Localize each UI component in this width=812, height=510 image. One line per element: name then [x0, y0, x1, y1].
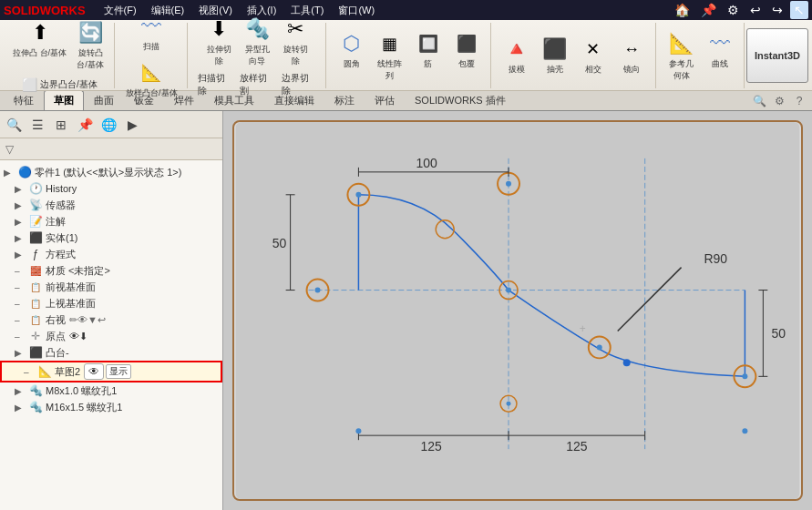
- curves-icon: 〰: [705, 29, 735, 58]
- btn-loft-boss[interactable]: 📐 放样凸台/基体: [122, 56, 181, 101]
- btn-boundary-cut[interactable]: 边界切除: [279, 71, 319, 98]
- menu-window[interactable]: 窗口(W): [334, 2, 378, 19]
- tree-item-history[interactable]: ▶ 🕐 History: [0, 180, 222, 197]
- sensors-icon: 📡: [27, 198, 44, 212]
- tab-evaluate[interactable]: 评估: [365, 90, 405, 110]
- history-label: History: [46, 183, 77, 194]
- toolbar-icon-settings[interactable]: ⚙: [724, 1, 743, 19]
- tree-item-solid[interactable]: ▶ ⬛ 实体(1): [0, 230, 222, 246]
- boss-arrow: ▶: [15, 348, 27, 358]
- right-plane-down-icon[interactable]: ▼: [87, 314, 98, 325]
- btn-mirror[interactable]: ↔ 镜向: [613, 33, 650, 77]
- toolbar-icon-home[interactable]: 🏠: [671, 1, 694, 19]
- tab-solidworks-addins[interactable]: SOLIDWORKS 插件: [405, 90, 516, 110]
- sensors-arrow: ▶: [15, 200, 27, 210]
- btn-revolve-boss[interactable]: 🔄 旋转凸台/基体: [72, 16, 108, 73]
- right-icon: 📋: [27, 312, 44, 327]
- btn-ref-geometry[interactable]: 📐 参考几何体: [663, 27, 700, 84]
- btn-extrude-boss[interactable]: ⬆ 拉伸凸 台/基体: [9, 16, 70, 73]
- btn-intersect[interactable]: ✕ 相交: [575, 33, 612, 77]
- filter-bar: ▽: [0, 138, 222, 160]
- origin-icon2: ⬇: [79, 331, 87, 342]
- solid-arrow: ▶: [15, 233, 27, 243]
- equations-icon: ƒ: [27, 247, 44, 261]
- lt-btn-grid[interactable]: ⊞: [51, 115, 71, 135]
- sketch2-arrow: –: [24, 367, 36, 377]
- btn-sweep-cut[interactable]: 扫描切除: [195, 71, 235, 98]
- btn-draft[interactable]: 🔺 拔模: [499, 33, 535, 77]
- right-plane-view-icon[interactable]: 👁: [77, 314, 87, 325]
- tree-item-equations[interactable]: ▶ ƒ 方程式: [0, 246, 222, 262]
- draft-icon: 🔺: [502, 35, 531, 64]
- btn-loft-cut[interactable]: 放样切割: [237, 71, 277, 98]
- toolbar-icon-cursor[interactable]: ↖: [790, 1, 808, 19]
- tree-item-boss[interactable]: ▶ ⬛ 凸台-: [0, 344, 222, 361]
- part-icon: 🔵: [16, 165, 33, 179]
- tree-item-m8[interactable]: ▶ 🔩 M8x1.0 螺纹孔1: [0, 382, 222, 399]
- btn-rib[interactable]: 🔲 筋: [410, 27, 447, 84]
- canvas[interactable]: 100 50 R90 50: [223, 111, 812, 510]
- tree-item-top-plane[interactable]: – 📋 上视基准面: [0, 295, 222, 311]
- ribbon-group-draft: 🔺 拔模 ⬛ 抽壳 ✕ 相交 ↔ 镜向: [493, 23, 656, 88]
- app-logo: SOLIDWORKS: [4, 4, 86, 17]
- instant3d-button[interactable]: Instant3D: [746, 28, 808, 83]
- lt-btn-pin[interactable]: 📌: [75, 115, 95, 135]
- tabbar-search-icon[interactable]: 🔍: [750, 92, 768, 110]
- lt-btn-list[interactable]: ☰: [27, 115, 47, 135]
- right-plane-back-icon[interactable]: ↩: [98, 314, 106, 326]
- sensors-label: 传感器: [46, 199, 76, 212]
- btn-curves[interactable]: 〰 曲线: [702, 27, 738, 84]
- tree-item-m16[interactable]: ▶ 🔩 M16x1.5 螺纹孔1: [0, 399, 222, 415]
- toolbar-icon-redo[interactable]: ↪: [768, 1, 786, 19]
- svg-point-9: [506, 181, 511, 187]
- tree-root-item[interactable]: ▶ 🔵 零件1 (默认<<默认>显示状态 1>): [0, 164, 222, 180]
- btn-fillet[interactable]: ⬡ 圆角: [334, 27, 370, 84]
- extrude-cut-icon: ⬇: [204, 15, 233, 44]
- equations-arrow: ▶: [15, 250, 27, 260]
- toolbar-icon-undo[interactable]: ↩: [746, 1, 765, 19]
- btn-revolve-cut[interactable]: ✂ 旋转切除: [277, 13, 313, 69]
- tree-item-right-plane[interactable]: – 📋 右视 ✏ 👁 ▼ ↩: [0, 311, 222, 328]
- tree-item-material[interactable]: – 🧱 材质 <未指定>: [0, 262, 222, 279]
- tab-markup[interactable]: 标注: [324, 90, 365, 110]
- right-plane-edit-icon[interactable]: ✏: [69, 314, 77, 326]
- filter-icon: ▽: [5, 143, 14, 156]
- btn-linear-pattern[interactable]: ▦ 线性阵列: [372, 27, 408, 84]
- btn-sweep[interactable]: 〰 扫描: [133, 10, 170, 55]
- btn-shell[interactable]: ⬛ 抽壳: [537, 33, 573, 77]
- ribbon-group-extrude: ⬆ 拉伸凸 台/基体 🔄 旋转凸台/基体 ⬜ 边界凸台/基体: [4, 23, 115, 88]
- tree-item-sketch2[interactable]: – 📐 草图2 👁 显示: [0, 361, 222, 382]
- svg-point-13: [506, 288, 511, 293]
- tabbar-help-icon[interactable]: ?: [790, 92, 808, 110]
- tree-item-notes[interactable]: ▶ 📝 注解: [0, 213, 222, 230]
- intersect-icon: ✕: [579, 35, 608, 64]
- m16-icon: 🔩: [27, 400, 44, 414]
- sketch2-eye-button[interactable]: 👁: [84, 363, 104, 380]
- btn-wrap[interactable]: ⬛ 包覆: [448, 27, 485, 84]
- tree-item-sensors[interactable]: ▶ 📡 传感器: [0, 197, 222, 213]
- toolbar-icon-pin[interactable]: 📌: [697, 1, 720, 19]
- loft-boss-icon: 📐: [137, 58, 166, 87]
- top-arrow: –: [15, 299, 27, 309]
- tree-item-origin[interactable]: – ✛ 原点 👁 ⬇: [0, 328, 222, 344]
- ribbon: ⬆ 拉伸凸 台/基体 🔄 旋转凸台/基体 ⬜ 边界凸台/基体 〰 扫描 📐 放样…: [0, 20, 812, 91]
- origin-arrow: –: [15, 332, 27, 342]
- menubar: SOLIDWORKS 文件(F) 编辑(E) 视图(V) 插入(I) 工具(T)…: [0, 0, 812, 20]
- origin-icon: ✛: [27, 329, 44, 343]
- lt-btn-globe[interactable]: 🌐: [98, 115, 118, 135]
- tabbar-options-icon[interactable]: ⚙: [770, 92, 788, 110]
- sketch2-label: 草图2: [55, 365, 80, 379]
- boss-label: 凸台-: [46, 346, 69, 360]
- sketch2-show-button[interactable]: 显示: [106, 364, 131, 379]
- btn-extrude-cut[interactable]: ⬇ 拉伸切除: [200, 13, 237, 69]
- svg-point-42: [623, 359, 631, 366]
- lt-btn-expand[interactable]: ▶: [122, 115, 142, 135]
- btn-hole-wizard[interactable]: 🔩 异型孔向导: [239, 13, 275, 69]
- btn-boundary-boss[interactable]: ⬜ 边界凸台/基体: [17, 75, 100, 95]
- feature-tree: ▶ 🔵 零件1 (默认<<默认>显示状态 1>) ▶ 🕐 History ▶ 📡…: [0, 160, 222, 510]
- tree-item-front-plane[interactable]: – 📋 前视基准面: [0, 279, 222, 295]
- lt-btn-search[interactable]: 🔍: [4, 115, 24, 135]
- rib-icon: 🔲: [414, 29, 443, 58]
- origin-eye-icon: 👁: [69, 331, 79, 342]
- history-arrow: ▶: [15, 184, 27, 194]
